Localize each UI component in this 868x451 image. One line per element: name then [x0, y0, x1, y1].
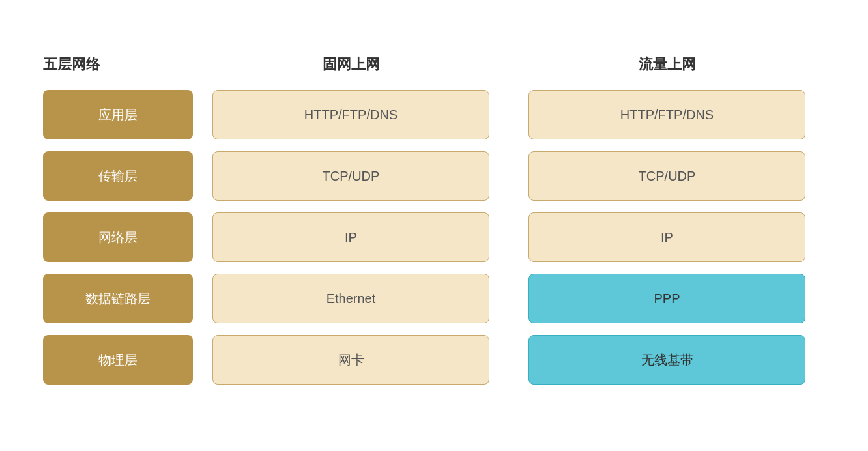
- layer-label-3: 数据链路层: [85, 290, 151, 308]
- layer-box-1: 传输层: [43, 151, 193, 201]
- row-3: 数据链路层 Ethernet PPP: [43, 274, 825, 323]
- col1-header: 五层网络: [43, 56, 100, 72]
- protocol-box-4-col2: 网卡: [212, 335, 489, 385]
- protocol-box-0-col2: HTTP/FTP/DNS: [212, 90, 489, 139]
- protocol-label-0-col3: HTTP/FTP/DNS: [620, 108, 714, 123]
- layer-label-1: 传输层: [98, 167, 137, 185]
- layer-box-0: 应用层: [43, 90, 193, 139]
- protocol-label-0-col2: HTTP/FTP/DNS: [304, 108, 398, 123]
- col3-header-cell: 流量上网: [509, 55, 825, 74]
- protocol-label-3-col2: Ethernet: [326, 291, 376, 306]
- layer-box-3: 数据链路层: [43, 274, 193, 323]
- col3-header: 流量上网: [639, 55, 696, 74]
- layer-label-2: 网络层: [98, 229, 137, 246]
- protocol-box-1-col2: TCP/UDP: [212, 151, 489, 201]
- protocol-label-1-col3: TCP/UDP: [639, 169, 696, 184]
- row-2: 网络层 IP IP: [43, 212, 825, 262]
- protocol-box-0-col3: HTTP/FTP/DNS: [528, 90, 805, 139]
- protocol-box-3-col3: PPP: [528, 274, 805, 323]
- protocol-box-2-col3: IP: [528, 212, 805, 262]
- row-1: 传输层 TCP/UDP TCP/UDP: [43, 151, 825, 201]
- protocol-box-2-col2: IP: [212, 212, 489, 262]
- layer-box-2: 网络层: [43, 212, 193, 262]
- row-4: 物理层 网卡 无线基带: [43, 335, 825, 385]
- protocol-box-1-col3: TCP/UDP: [528, 151, 805, 201]
- col1-header-cell: 五层网络: [43, 55, 193, 74]
- col2-header-cell: 固网上网: [193, 55, 509, 74]
- protocol-label-1-col2: TCP/UDP: [323, 169, 380, 184]
- main-container: 五层网络 固网上网 流量上网 应用层 HTTP/FTP/DNS HTTP/FTP…: [17, 42, 851, 409]
- layer-box-4: 物理层: [43, 335, 193, 385]
- protocol-label-4-col2: 网卡: [338, 351, 364, 369]
- protocol-label-2-col3: IP: [661, 230, 673, 245]
- headers-row: 五层网络 固网上网 流量上网: [43, 55, 825, 74]
- protocol-label-3-col3: PPP: [654, 291, 680, 306]
- layer-label-0: 应用层: [98, 106, 137, 124]
- layer-label-4: 物理层: [98, 351, 137, 369]
- col2-header: 固网上网: [323, 55, 380, 74]
- protocol-box-3-col2: Ethernet: [212, 274, 489, 323]
- protocol-label-4-col3: 无线基带: [641, 351, 693, 369]
- protocol-label-2-col2: IP: [345, 230, 357, 245]
- row-0: 应用层 HTTP/FTP/DNS HTTP/FTP/DNS: [43, 90, 825, 139]
- protocol-box-4-col3: 无线基带: [528, 335, 805, 385]
